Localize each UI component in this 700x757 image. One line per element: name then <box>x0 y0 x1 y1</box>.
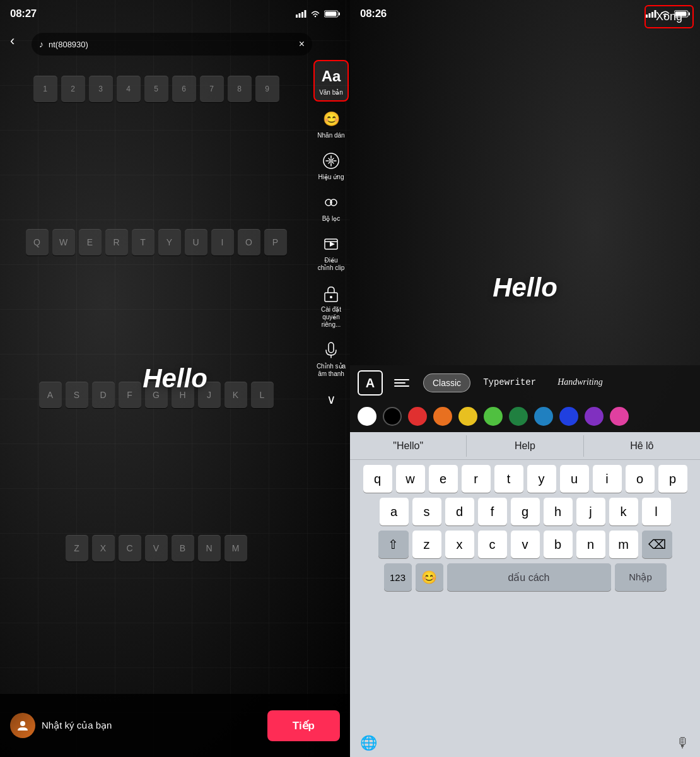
next-button[interactable]: Tiếp <box>267 710 340 741</box>
toolbar-item-effect[interactable]: Hiệu ứng <box>313 146 349 185</box>
done-button[interactable]: Xong <box>645 5 694 28</box>
filter-icon <box>320 191 342 214</box>
key-d[interactable]: d <box>445 498 474 525</box>
key-j[interactable]: j <box>576 498 605 525</box>
toolbar-item-privacy[interactable]: Cài đặt quyền riêng... <box>313 278 349 332</box>
align-icon <box>394 379 409 387</box>
music-bar[interactable]: ♪ nt(808930) × <box>32 33 312 56</box>
key-b[interactable]: b <box>544 531 573 558</box>
left-status-bar: 08:27 <box>0 0 350 28</box>
svg-rect-0 <box>296 15 298 18</box>
autocomplete-row: "Hello" Help Hê lô <box>350 432 700 460</box>
color-pink[interactable] <box>610 407 629 426</box>
key-123[interactable]: 123 <box>384 563 412 591</box>
autocomplete-help[interactable]: Help <box>467 435 583 457</box>
bg-key: D <box>92 382 115 408</box>
left-panel: 1 2 3 4 5 6 7 8 9 Q W E R T Y U I O P A … <box>0 0 350 757</box>
color-green-dark[interactable] <box>509 407 528 426</box>
font-tab-typewriter[interactable]: Typewriter <box>474 373 545 392</box>
key-v[interactable]: v <box>511 531 540 558</box>
music-close-btn[interactable]: × <box>299 38 305 50</box>
toolbar-item-text[interactable]: Aa Văn bản <box>313 60 349 102</box>
align-button[interactable] <box>389 370 414 396</box>
key-s[interactable]: s <box>412 498 441 525</box>
font-tab-classic[interactable]: Classic <box>423 373 470 392</box>
globe-icon[interactable]: 🌐 <box>360 735 377 751</box>
sticker-icon: 😊 <box>320 108 342 131</box>
key-m[interactable]: m <box>609 531 638 558</box>
key-k[interactable]: k <box>609 498 638 525</box>
key-u[interactable]: u <box>560 465 589 493</box>
color-picker-row <box>350 401 700 432</box>
bg-key: V <box>145 535 168 561</box>
key-r[interactable]: r <box>462 465 491 493</box>
key-t[interactable]: t <box>494 465 523 493</box>
key-p[interactable]: p <box>658 465 687 493</box>
text-format-button[interactable]: A <box>358 370 383 396</box>
key-f[interactable]: f <box>478 498 507 525</box>
toolbar-effect-label: Hiệu ứng <box>318 173 344 181</box>
key-o[interactable]: o <box>626 465 655 493</box>
music-note-icon: ♪ <box>39 39 44 49</box>
clip-icon <box>320 233 342 255</box>
color-yellow[interactable] <box>458 407 477 426</box>
autocomplete-hello[interactable]: "Hello" <box>350 435 467 457</box>
color-black[interactable] <box>383 407 402 426</box>
toolbar-item-clip[interactable]: Điều chỉnh clip <box>313 229 349 276</box>
space-key[interactable]: dấu cách <box>447 563 611 591</box>
key-n[interactable]: n <box>576 531 605 558</box>
signal-icon <box>296 10 306 18</box>
delete-key[interactable]: ⌫ <box>642 531 672 558</box>
key-i[interactable]: i <box>593 465 622 493</box>
key-g[interactable]: g <box>511 498 540 525</box>
key-q[interactable]: q <box>363 465 392 493</box>
toolbar-item-sticker[interactable]: 😊 Nhãn dán <box>313 104 349 143</box>
key-h[interactable]: h <box>544 498 573 525</box>
bg-key: 9 <box>255 76 279 102</box>
diary-button[interactable]: Nhật ký của bạn <box>10 713 257 738</box>
keyboard-area: "Hello" Help Hê lô q w e r t y u i o p a <box>350 432 700 757</box>
toolbar-clip-label: Điều chỉnh clip <box>316 257 346 272</box>
autocomplete-helo[interactable]: Hê lô <box>584 435 700 457</box>
right-panel: 08:26 Xong Hello A <box>350 0 700 757</box>
color-green-light[interactable] <box>484 407 503 426</box>
back-button[interactable]: ‹ <box>10 33 15 49</box>
bg-key: I <box>211 229 234 255</box>
bg-key: C <box>119 535 141 561</box>
color-blue[interactable] <box>559 407 578 426</box>
text-aa-icon: Aa <box>320 65 342 88</box>
color-red[interactable] <box>408 407 427 426</box>
color-orange[interactable] <box>433 407 452 426</box>
color-white[interactable] <box>358 407 376 426</box>
diary-label: Nhật ký của bạn <box>42 720 112 731</box>
key-l[interactable]: l <box>642 498 671 525</box>
toolbar-item-audio[interactable]: Chỉnh sửa âm thanh <box>313 335 349 382</box>
shift-key[interactable]: ⇧ <box>378 531 409 558</box>
color-purple[interactable] <box>585 407 604 426</box>
toolbar-item-more[interactable]: ∨ <box>313 384 349 414</box>
toolbar-item-filter[interactable]: Bộ lọc <box>313 187 349 226</box>
key-e[interactable]: e <box>429 465 458 493</box>
font-tab-handwriting[interactable]: Handwriting <box>549 373 612 392</box>
microphone-icon[interactable]: 🎙 <box>676 735 690 751</box>
key-c[interactable]: c <box>478 531 507 558</box>
emoji-key[interactable]: 😊 <box>416 563 443 591</box>
key-z[interactable]: z <box>412 531 441 558</box>
bg-key: Z <box>66 535 88 561</box>
text-editor-toolbar: A Classic Typewriter Handwriting <box>350 365 700 401</box>
key-y[interactable]: y <box>527 465 556 493</box>
key-a[interactable]: a <box>380 498 409 525</box>
bg-key: N <box>198 535 221 561</box>
bg-key: X <box>92 535 115 561</box>
privacy-lock-icon <box>320 282 342 305</box>
toolbar-sticker-label: Nhãn dán <box>317 132 344 139</box>
key-row-2: a s d f g h j k l <box>353 498 697 525</box>
key-w[interactable]: w <box>396 465 425 493</box>
return-key[interactable]: Nhập <box>615 563 667 591</box>
bg-key: W <box>52 229 75 255</box>
bg-key: L <box>251 382 274 408</box>
bg-key: Q <box>26 229 49 255</box>
diary-avatar <box>10 713 35 738</box>
color-teal[interactable] <box>534 407 553 426</box>
key-x[interactable]: x <box>445 531 474 558</box>
